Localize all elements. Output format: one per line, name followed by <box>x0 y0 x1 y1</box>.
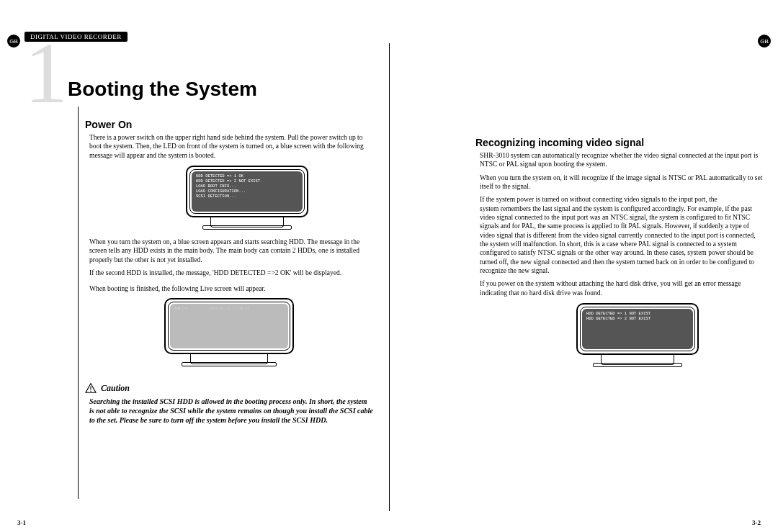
chapter-number: 1 <box>24 30 68 117</box>
error-screen-text: HDD DETECTED => 1 NOT EXIST HDD DETECTED… <box>582 309 693 349</box>
document-spread: GB DIGITAL VIDEO RECORDER 1 Booting the … <box>0 0 778 532</box>
paragraph: If you power on the system without attac… <box>480 279 764 297</box>
paragraph: system remembers the last signal and the… <box>480 204 764 276</box>
page-number-left: 3-1 <box>17 519 26 526</box>
lang-badge-right: GB <box>758 35 771 48</box>
live-status-icons: ◉▦▯◂ <box>174 306 187 312</box>
page-left: GB DIGITAL VIDEO RECORDER 1 Booting the … <box>0 0 389 532</box>
section-title-power-on: Power On <box>85 119 373 130</box>
vertical-rule <box>78 107 79 499</box>
paragraph: When you turn the system on, it will rec… <box>480 173 764 191</box>
caution-block: Caution Searching the installed SCSI HDD… <box>85 383 373 425</box>
paragraph: If the second HDD is installed, the mess… <box>89 269 373 277</box>
lang-badge-left: GB <box>7 35 20 48</box>
right-content: Recognizing incoming video signal SHR-30… <box>475 137 764 375</box>
caution-text: Searching the installed SCSI HDD is allo… <box>89 397 373 425</box>
paragraph: When booting is finished, the following … <box>89 284 373 293</box>
caution-icon <box>85 383 97 393</box>
paragraph: SHR-3010 system can automatically recogn… <box>480 151 764 169</box>
section-title-video-signal: Recognizing incoming video signal <box>475 137 764 148</box>
live-screen: ◉▦▯◂ 2001-09-15 17:14:55 <box>170 304 288 348</box>
monitor-illustration-error: HDD DETECTED => 1 NOT EXIST HDD DETECTED… <box>576 303 699 369</box>
paragraph: When you turn the system on, a blue scre… <box>89 238 373 264</box>
svg-point-1 <box>90 391 91 392</box>
monitor-illustration-boot: HDD DETECTED => 1 OK HDD DETECTED => 2 N… <box>186 166 308 232</box>
boot-screen-text: HDD DETECTED => 1 OK HDD DETECTED => 2 N… <box>192 171 303 212</box>
paragraph: There is a power switch on the upper rig… <box>89 133 373 160</box>
monitor-illustration-live: ◉▦▯◂ 2001-09-15 17:14:55 <box>164 298 294 370</box>
chapter-title: Booting the System <box>68 78 257 101</box>
left-content: Power On There is a power switch on the … <box>85 119 373 425</box>
caution-label: Caution <box>101 383 130 394</box>
page-number-right: 3-2 <box>752 519 761 526</box>
page-right: GB Recognizing incoming video signal SHR… <box>389 0 778 532</box>
center-divider <box>389 43 390 511</box>
paragraph: If the system power is turned on without… <box>480 195 764 204</box>
live-timestamp: 2001-09-15 17:14:55 <box>208 307 249 311</box>
